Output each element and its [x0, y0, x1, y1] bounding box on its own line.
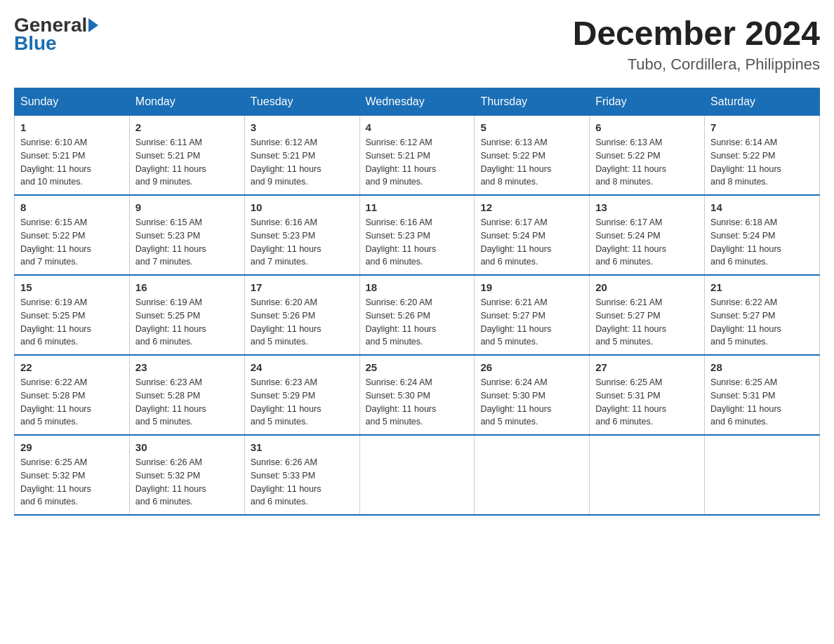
- day-number: 25: [366, 361, 469, 373]
- day-of-week-header: Wednesday: [359, 88, 475, 116]
- day-info: Sunrise: 6:22 AMSunset: 5:27 PMDaylight:…: [710, 296, 814, 349]
- day-info: Sunrise: 6:10 AMSunset: 5:21 PMDaylight:…: [20, 136, 124, 189]
- calendar-week-row: 15Sunrise: 6:19 AMSunset: 5:25 PMDayligh…: [15, 275, 820, 355]
- day-of-week-header: Monday: [129, 88, 244, 116]
- calendar-week-row: 8Sunrise: 6:15 AMSunset: 5:22 PMDaylight…: [15, 195, 820, 275]
- day-number: 20: [595, 281, 699, 293]
- day-info: Sunrise: 6:24 AMSunset: 5:30 PMDaylight:…: [366, 376, 469, 429]
- calendar-day-cell: 23Sunrise: 6:23 AMSunset: 5:28 PMDayligh…: [129, 355, 244, 435]
- calendar-day-cell: 26Sunrise: 6:24 AMSunset: 5:30 PMDayligh…: [475, 355, 590, 435]
- page-header: General Blue December 2024 Tubo, Cordill…: [14, 14, 820, 74]
- calendar-day-cell: 13Sunrise: 6:17 AMSunset: 5:24 PMDayligh…: [590, 195, 705, 275]
- calendar-day-cell: [475, 435, 590, 515]
- day-number: 30: [135, 441, 239, 453]
- calendar-day-cell: 9Sunrise: 6:15 AMSunset: 5:23 PMDaylight…: [129, 195, 244, 275]
- day-info: Sunrise: 6:26 AMSunset: 5:32 PMDaylight:…: [135, 456, 239, 509]
- day-number: 16: [135, 281, 239, 293]
- calendar-day-cell: 3Sunrise: 6:12 AMSunset: 5:21 PMDaylight…: [244, 116, 359, 196]
- day-number: 1: [20, 121, 124, 133]
- calendar-day-cell: 20Sunrise: 6:21 AMSunset: 5:27 PMDayligh…: [590, 275, 705, 355]
- calendar-day-cell: 30Sunrise: 6:26 AMSunset: 5:32 PMDayligh…: [129, 435, 244, 515]
- day-number: 15: [20, 281, 124, 293]
- day-info: Sunrise: 6:25 AMSunset: 5:31 PMDaylight:…: [710, 376, 814, 429]
- day-number: 29: [20, 441, 124, 453]
- day-info: Sunrise: 6:17 AMSunset: 5:24 PMDaylight:…: [480, 216, 583, 269]
- day-number: 5: [480, 121, 583, 133]
- day-number: 3: [251, 121, 354, 133]
- day-info: Sunrise: 6:15 AMSunset: 5:23 PMDaylight:…: [135, 216, 239, 269]
- day-info: Sunrise: 6:16 AMSunset: 5:23 PMDaylight:…: [251, 216, 354, 269]
- calendar-header-row: SundayMondayTuesdayWednesdayThursdayFrid…: [15, 88, 820, 116]
- calendar-day-cell: 14Sunrise: 6:18 AMSunset: 5:24 PMDayligh…: [705, 195, 820, 275]
- day-number: 14: [710, 201, 814, 213]
- calendar-week-row: 22Sunrise: 6:22 AMSunset: 5:28 PMDayligh…: [15, 355, 820, 435]
- day-info: Sunrise: 6:14 AMSunset: 5:22 PMDaylight:…: [710, 136, 814, 189]
- day-number: 31: [251, 441, 354, 453]
- month-title: December 2024: [573, 14, 820, 53]
- day-number: 13: [595, 201, 699, 213]
- day-of-week-header: Saturday: [705, 88, 820, 116]
- day-of-week-header: Friday: [590, 88, 705, 116]
- day-info: Sunrise: 6:18 AMSunset: 5:24 PMDaylight:…: [710, 216, 814, 269]
- day-info: Sunrise: 6:15 AMSunset: 5:22 PMDaylight:…: [20, 216, 124, 269]
- day-number: 9: [135, 201, 239, 213]
- calendar-day-cell: 27Sunrise: 6:25 AMSunset: 5:31 PMDayligh…: [590, 355, 705, 435]
- day-number: 21: [710, 281, 814, 293]
- day-of-week-header: Thursday: [475, 88, 590, 116]
- day-number: 2: [135, 121, 239, 133]
- day-number: 26: [480, 361, 583, 373]
- day-info: Sunrise: 6:11 AMSunset: 5:21 PMDaylight:…: [135, 136, 239, 189]
- calendar-week-row: 1Sunrise: 6:10 AMSunset: 5:21 PMDaylight…: [15, 116, 820, 196]
- day-number: 27: [595, 361, 699, 373]
- day-of-week-header: Sunday: [15, 88, 130, 116]
- day-number: 28: [710, 361, 814, 373]
- logo-blue: Blue: [14, 32, 57, 55]
- calendar-day-cell: [359, 435, 475, 515]
- day-number: 17: [251, 281, 354, 293]
- calendar-day-cell: 2Sunrise: 6:11 AMSunset: 5:21 PMDaylight…: [129, 116, 244, 196]
- day-number: 18: [366, 281, 469, 293]
- day-info: Sunrise: 6:13 AMSunset: 5:22 PMDaylight:…: [595, 136, 699, 189]
- day-info: Sunrise: 6:25 AMSunset: 5:31 PMDaylight:…: [595, 376, 699, 429]
- day-info: Sunrise: 6:23 AMSunset: 5:29 PMDaylight:…: [251, 376, 354, 429]
- calendar-day-cell: 4Sunrise: 6:12 AMSunset: 5:21 PMDaylight…: [359, 116, 475, 196]
- calendar-day-cell: 18Sunrise: 6:20 AMSunset: 5:26 PMDayligh…: [359, 275, 475, 355]
- calendar-week-row: 29Sunrise: 6:25 AMSunset: 5:32 PMDayligh…: [15, 435, 820, 515]
- calendar-day-cell: [590, 435, 705, 515]
- day-info: Sunrise: 6:19 AMSunset: 5:25 PMDaylight:…: [135, 296, 239, 349]
- day-info: Sunrise: 6:24 AMSunset: 5:30 PMDaylight:…: [480, 376, 583, 429]
- calendar-day-cell: 29Sunrise: 6:25 AMSunset: 5:32 PMDayligh…: [15, 435, 130, 515]
- day-info: Sunrise: 6:16 AMSunset: 5:23 PMDaylight:…: [366, 216, 469, 269]
- calendar-day-cell: 5Sunrise: 6:13 AMSunset: 5:22 PMDaylight…: [475, 116, 590, 196]
- day-number: 10: [251, 201, 354, 213]
- day-number: 7: [710, 121, 814, 133]
- day-number: 12: [480, 201, 583, 213]
- calendar-day-cell: 1Sunrise: 6:10 AMSunset: 5:21 PMDaylight…: [15, 116, 130, 196]
- calendar-day-cell: 16Sunrise: 6:19 AMSunset: 5:25 PMDayligh…: [129, 275, 244, 355]
- calendar-day-cell: 6Sunrise: 6:13 AMSunset: 5:22 PMDaylight…: [590, 116, 705, 196]
- day-info: Sunrise: 6:22 AMSunset: 5:28 PMDaylight:…: [20, 376, 124, 429]
- day-info: Sunrise: 6:13 AMSunset: 5:22 PMDaylight:…: [480, 136, 583, 189]
- logo: General Blue: [14, 14, 98, 55]
- calendar-day-cell: 11Sunrise: 6:16 AMSunset: 5:23 PMDayligh…: [359, 195, 475, 275]
- calendar-day-cell: 22Sunrise: 6:22 AMSunset: 5:28 PMDayligh…: [15, 355, 130, 435]
- calendar-day-cell: 28Sunrise: 6:25 AMSunset: 5:31 PMDayligh…: [705, 355, 820, 435]
- calendar-table: SundayMondayTuesdayWednesdayThursdayFrid…: [14, 88, 820, 516]
- calendar-day-cell: 25Sunrise: 6:24 AMSunset: 5:30 PMDayligh…: [359, 355, 475, 435]
- day-number: 24: [251, 361, 354, 373]
- calendar-day-cell: 21Sunrise: 6:22 AMSunset: 5:27 PMDayligh…: [705, 275, 820, 355]
- calendar-day-cell: 12Sunrise: 6:17 AMSunset: 5:24 PMDayligh…: [475, 195, 590, 275]
- day-of-week-header: Tuesday: [244, 88, 359, 116]
- day-info: Sunrise: 6:21 AMSunset: 5:27 PMDaylight:…: [480, 296, 583, 349]
- day-number: 23: [135, 361, 239, 373]
- day-info: Sunrise: 6:23 AMSunset: 5:28 PMDaylight:…: [135, 376, 239, 429]
- day-number: 4: [366, 121, 469, 133]
- day-info: Sunrise: 6:26 AMSunset: 5:33 PMDaylight:…: [251, 456, 354, 509]
- calendar-day-cell: 8Sunrise: 6:15 AMSunset: 5:22 PMDaylight…: [15, 195, 130, 275]
- day-number: 22: [20, 361, 124, 373]
- calendar-day-cell: 19Sunrise: 6:21 AMSunset: 5:27 PMDayligh…: [475, 275, 590, 355]
- day-info: Sunrise: 6:17 AMSunset: 5:24 PMDaylight:…: [595, 216, 699, 269]
- title-section: December 2024 Tubo, Cordillera, Philippi…: [573, 14, 820, 74]
- logo-arrow-icon: [88, 18, 98, 32]
- calendar-day-cell: 15Sunrise: 6:19 AMSunset: 5:25 PMDayligh…: [15, 275, 130, 355]
